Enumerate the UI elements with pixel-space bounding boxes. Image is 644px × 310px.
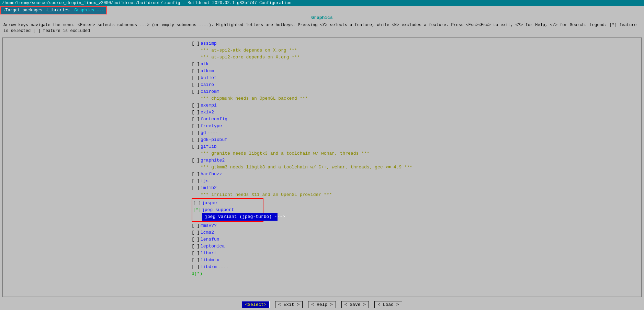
list-item-note: *** granite needs libgtk3 and a toolchai… <box>192 150 641 157</box>
list-item[interactable]: [ ] bullet <box>192 75 641 81</box>
list-item[interactable]: [ ] imlib2 <box>192 185 641 191</box>
list-item[interactable]: [ ] mmsv?? <box>192 222 641 229</box>
menu-box: [ ] assimp *** at-spi2-atk depends on X.… <box>2 37 642 297</box>
list-item-jpeg-support[interactable]: [*] jpeg support <box>192 207 263 213</box>
list-item-note: *** at-spi2-core depends on X.org *** <box>192 54 641 61</box>
select-button[interactable]: <Select> <box>242 301 269 308</box>
list-item[interactable]: [ ] gd ---- <box>192 130 641 136</box>
list-item[interactable]: [ ] cairomm <box>192 88 641 95</box>
list-item[interactable]: [ ] atk <box>192 61 641 68</box>
list-item-note: *** irrlicht needs X11 and an OpenGL pro… <box>192 191 641 198</box>
list-item[interactable]: [ ] gdk-pixbuf <box>192 136 641 143</box>
title-text: /home/tommy/source/source_dropin_linux_v… <box>2 1 292 5</box>
list-item[interactable]: [ ] atkmm <box>192 68 641 75</box>
list-item[interactable]: [ ] cairo <box>192 81 641 88</box>
help-button[interactable]: < Help > <box>308 301 336 308</box>
help-text: Arrow keys navigate the menu. <Enter> se… <box>0 21 644 35</box>
save-button[interactable]: < Save > <box>341 301 369 308</box>
list-item[interactable]: [ ] giflib <box>192 143 641 150</box>
list-item[interactable]: [ ] assimp <box>192 40 641 47</box>
list-item[interactable]: [ ] leptonica <box>192 243 641 250</box>
list-item[interactable]: [ ] harfbuzz <box>192 171 641 178</box>
list-item[interactable]: [ ] lcms2 <box>192 229 641 236</box>
section-heading: Graphics <box>0 14 644 21</box>
list-item-jasper[interactable]: [ ] jasper <box>192 200 263 207</box>
list-item[interactable]: [ ] graphite2 <box>192 157 641 164</box>
list-item-note: *** chipmunk needs an OpenGL backend *** <box>192 95 641 102</box>
list-item-partial: d(*) <box>192 270 641 277</box>
list-item[interactable]: [ ] libart <box>192 250 641 257</box>
button-bar: <Select> < Exit > < Help > < Save > < Lo… <box>0 299 644 310</box>
list-item-jpeg-variant[interactable]: jpeg variant (jpeg-turbo) ---> <box>192 213 263 220</box>
exit-button[interactable]: < Exit > <box>275 301 303 308</box>
breadcrumb: →Target packages →Libraries →Graphics --… <box>3 8 104 13</box>
main-content: [ ] assimp *** at-spi2-atk depends on X.… <box>0 35 644 299</box>
list-item[interactable]: [ ] ijs <box>192 178 641 185</box>
list-item[interactable]: [ ] exiv2 <box>192 109 641 116</box>
list-item[interactable]: [ ] freetype <box>192 123 641 130</box>
list-item[interactable]: [ ] lensfun <box>192 236 641 243</box>
list-item-note: *** gtkmm3 needs libgtk3 and a toolchain… <box>192 164 641 171</box>
list-item[interactable]: [ ] libdrm ---- <box>192 264 641 270</box>
list-item-note: *** at-spi2-atk depends on X.org *** <box>192 47 641 54</box>
load-button[interactable]: < Load > <box>374 301 402 308</box>
list-item[interactable]: [ ] libdmtx <box>192 257 641 264</box>
menu-list: [ ] assimp *** at-spi2-atk depends on X.… <box>3 38 641 279</box>
list-item[interactable]: [ ] exempi <box>192 102 641 109</box>
list-item[interactable]: [ ] fontconfig <box>192 116 641 123</box>
title-bar: /home/tommy/source/source_dropin_linux_v… <box>0 0 644 6</box>
